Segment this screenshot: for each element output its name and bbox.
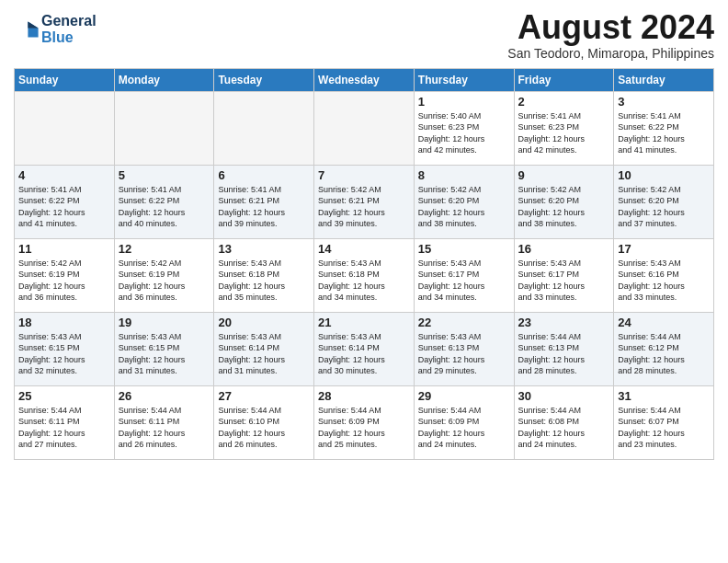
day-info: Sunrise: 5:44 AM Sunset: 6:09 PM Dayligh… bbox=[318, 405, 410, 451]
calendar-header-cell: Thursday bbox=[414, 68, 514, 91]
calendar-day-cell: 14Sunrise: 5:43 AM Sunset: 6:18 PM Dayli… bbox=[314, 238, 415, 312]
day-info: Sunrise: 5:44 AM Sunset: 6:13 PM Dayligh… bbox=[518, 331, 610, 377]
calendar-day-cell bbox=[114, 91, 214, 165]
calendar-header-cell: Tuesday bbox=[214, 68, 314, 91]
day-info: Sunrise: 5:41 AM Sunset: 6:23 PM Dayligh… bbox=[518, 110, 610, 156]
calendar-day-cell: 20Sunrise: 5:43 AM Sunset: 6:14 PM Dayli… bbox=[214, 312, 314, 385]
day-number: 30 bbox=[518, 389, 610, 403]
day-info: Sunrise: 5:42 AM Sunset: 6:20 PM Dayligh… bbox=[418, 184, 510, 230]
calendar-day-cell: 23Sunrise: 5:44 AM Sunset: 6:13 PM Dayli… bbox=[514, 312, 614, 385]
calendar-day-cell: 13Sunrise: 5:43 AM Sunset: 6:18 PM Dayli… bbox=[214, 238, 314, 312]
day-info: Sunrise: 5:43 AM Sunset: 6:15 PM Dayligh… bbox=[119, 331, 210, 377]
day-info: Sunrise: 5:42 AM Sunset: 6:20 PM Dayligh… bbox=[618, 184, 710, 230]
calendar-header-cell: Saturday bbox=[614, 68, 714, 91]
day-info: Sunrise: 5:42 AM Sunset: 6:21 PM Dayligh… bbox=[318, 184, 410, 230]
calendar-day-cell: 18Sunrise: 5:43 AM Sunset: 6:15 PM Dayli… bbox=[15, 312, 115, 385]
calendar-day-cell: 9Sunrise: 5:42 AM Sunset: 6:20 PM Daylig… bbox=[514, 165, 614, 238]
day-info: Sunrise: 5:44 AM Sunset: 6:07 PM Dayligh… bbox=[618, 405, 710, 451]
calendar-day-cell: 19Sunrise: 5:43 AM Sunset: 6:15 PM Dayli… bbox=[114, 312, 214, 385]
logo-text: General Blue bbox=[41, 13, 97, 45]
calendar-day-cell: 2Sunrise: 5:41 AM Sunset: 6:23 PM Daylig… bbox=[514, 91, 614, 165]
calendar-header-cell: Friday bbox=[514, 68, 614, 91]
day-number: 12 bbox=[119, 242, 210, 256]
day-info: Sunrise: 5:41 AM Sunset: 6:22 PM Dayligh… bbox=[618, 110, 710, 156]
logo-icon bbox=[14, 17, 40, 42]
calendar-header-cell: Monday bbox=[114, 68, 214, 91]
calendar-day-cell: 25Sunrise: 5:44 AM Sunset: 6:11 PM Dayli… bbox=[15, 385, 115, 459]
calendar-body: 1Sunrise: 5:40 AM Sunset: 6:23 PM Daylig… bbox=[15, 91, 714, 459]
day-number: 1 bbox=[418, 95, 510, 109]
day-number: 31 bbox=[618, 389, 710, 403]
day-info: Sunrise: 5:43 AM Sunset: 6:17 PM Dayligh… bbox=[518, 258, 610, 304]
calendar-day-cell: 24Sunrise: 5:44 AM Sunset: 6:12 PM Dayli… bbox=[614, 312, 714, 385]
day-info: Sunrise: 5:42 AM Sunset: 6:20 PM Dayligh… bbox=[518, 184, 610, 230]
day-number: 28 bbox=[318, 389, 410, 403]
day-info: Sunrise: 5:40 AM Sunset: 6:23 PM Dayligh… bbox=[418, 110, 510, 156]
day-number: 9 bbox=[518, 168, 610, 182]
day-number: 17 bbox=[618, 242, 710, 256]
calendar-header-row: SundayMondayTuesdayWednesdayThursdayFrid… bbox=[15, 68, 714, 91]
day-info: Sunrise: 5:41 AM Sunset: 6:22 PM Dayligh… bbox=[18, 184, 110, 230]
day-number: 20 bbox=[218, 316, 310, 329]
day-info: Sunrise: 5:42 AM Sunset: 6:19 PM Dayligh… bbox=[18, 258, 110, 304]
day-number: 21 bbox=[318, 316, 410, 329]
calendar-week-row: 18Sunrise: 5:43 AM Sunset: 6:15 PM Dayli… bbox=[15, 312, 714, 385]
calendar-day-cell: 12Sunrise: 5:42 AM Sunset: 6:19 PM Dayli… bbox=[114, 238, 214, 312]
calendar-day-cell: 21Sunrise: 5:43 AM Sunset: 6:14 PM Dayli… bbox=[314, 312, 415, 385]
calendar-day-cell bbox=[214, 91, 314, 165]
day-info: Sunrise: 5:44 AM Sunset: 6:10 PM Dayligh… bbox=[218, 405, 310, 451]
calendar-day-cell: 11Sunrise: 5:42 AM Sunset: 6:19 PM Dayli… bbox=[15, 238, 115, 312]
calendar-day-cell: 7Sunrise: 5:42 AM Sunset: 6:21 PM Daylig… bbox=[314, 165, 415, 238]
day-info: Sunrise: 5:44 AM Sunset: 6:11 PM Dayligh… bbox=[119, 405, 210, 451]
day-info: Sunrise: 5:43 AM Sunset: 6:13 PM Dayligh… bbox=[418, 331, 510, 377]
calendar-week-row: 1Sunrise: 5:40 AM Sunset: 6:23 PM Daylig… bbox=[15, 91, 714, 165]
calendar-day-cell: 29Sunrise: 5:44 AM Sunset: 6:09 PM Dayli… bbox=[414, 385, 514, 459]
header: General Blue August 2024 San Teodoro, Mi… bbox=[14, 9, 714, 61]
calendar-day-cell: 26Sunrise: 5:44 AM Sunset: 6:11 PM Dayli… bbox=[114, 385, 214, 459]
day-number: 24 bbox=[618, 316, 710, 329]
calendar-day-cell: 22Sunrise: 5:43 AM Sunset: 6:13 PM Dayli… bbox=[414, 312, 514, 385]
calendar-day-cell: 28Sunrise: 5:44 AM Sunset: 6:09 PM Dayli… bbox=[314, 385, 415, 459]
day-info: Sunrise: 5:43 AM Sunset: 6:18 PM Dayligh… bbox=[218, 258, 310, 304]
calendar-header-cell: Sunday bbox=[15, 68, 115, 91]
day-number: 27 bbox=[218, 389, 310, 403]
day-number: 4 bbox=[18, 168, 110, 182]
calendar-day-cell: 30Sunrise: 5:44 AM Sunset: 6:08 PM Dayli… bbox=[514, 385, 614, 459]
logo: General Blue bbox=[14, 13, 97, 45]
calendar-day-cell: 3Sunrise: 5:41 AM Sunset: 6:22 PM Daylig… bbox=[614, 91, 714, 165]
day-number: 25 bbox=[18, 389, 110, 403]
day-info: Sunrise: 5:44 AM Sunset: 6:12 PM Dayligh… bbox=[618, 331, 710, 377]
day-info: Sunrise: 5:41 AM Sunset: 6:21 PM Dayligh… bbox=[218, 184, 310, 230]
calendar-subtitle: San Teodoro, Mimaropa, Philippines bbox=[507, 46, 714, 61]
day-info: Sunrise: 5:44 AM Sunset: 6:08 PM Dayligh… bbox=[518, 405, 610, 451]
calendar-week-row: 4Sunrise: 5:41 AM Sunset: 6:22 PM Daylig… bbox=[15, 165, 714, 238]
title-area: August 2024 San Teodoro, Mimaropa, Phili… bbox=[507, 9, 714, 61]
calendar-table: SundayMondayTuesdayWednesdayThursdayFrid… bbox=[14, 68, 714, 460]
day-number: 18 bbox=[18, 316, 110, 329]
calendar-day-cell: 27Sunrise: 5:44 AM Sunset: 6:10 PM Dayli… bbox=[214, 385, 314, 459]
calendar-day-cell bbox=[15, 91, 115, 165]
calendar-day-cell: 17Sunrise: 5:43 AM Sunset: 6:16 PM Dayli… bbox=[614, 238, 714, 312]
day-number: 29 bbox=[418, 389, 510, 403]
calendar-day-cell: 31Sunrise: 5:44 AM Sunset: 6:07 PM Dayli… bbox=[614, 385, 714, 459]
day-number: 16 bbox=[518, 242, 610, 256]
day-number: 19 bbox=[119, 316, 210, 329]
day-number: 11 bbox=[18, 242, 110, 256]
calendar-day-cell: 10Sunrise: 5:42 AM Sunset: 6:20 PM Dayli… bbox=[614, 165, 714, 238]
calendar-day-cell: 15Sunrise: 5:43 AM Sunset: 6:17 PM Dayli… bbox=[414, 238, 514, 312]
calendar-week-row: 25Sunrise: 5:44 AM Sunset: 6:11 PM Dayli… bbox=[15, 385, 714, 459]
day-number: 3 bbox=[618, 95, 710, 109]
day-info: Sunrise: 5:43 AM Sunset: 6:14 PM Dayligh… bbox=[218, 331, 310, 377]
day-info: Sunrise: 5:43 AM Sunset: 6:15 PM Dayligh… bbox=[18, 331, 110, 377]
day-number: 23 bbox=[518, 316, 610, 329]
day-number: 5 bbox=[119, 168, 210, 182]
calendar-week-row: 11Sunrise: 5:42 AM Sunset: 6:19 PM Dayli… bbox=[15, 238, 714, 312]
day-info: Sunrise: 5:43 AM Sunset: 6:18 PM Dayligh… bbox=[318, 258, 410, 304]
day-number: 14 bbox=[318, 242, 410, 256]
calendar-day-cell: 16Sunrise: 5:43 AM Sunset: 6:17 PM Dayli… bbox=[514, 238, 614, 312]
calendar-header-cell: Wednesday bbox=[314, 68, 415, 91]
day-number: 2 bbox=[518, 95, 610, 109]
day-number: 26 bbox=[119, 389, 210, 403]
calendar-day-cell: 6Sunrise: 5:41 AM Sunset: 6:21 PM Daylig… bbox=[214, 165, 314, 238]
day-info: Sunrise: 5:43 AM Sunset: 6:16 PM Dayligh… bbox=[618, 258, 710, 304]
